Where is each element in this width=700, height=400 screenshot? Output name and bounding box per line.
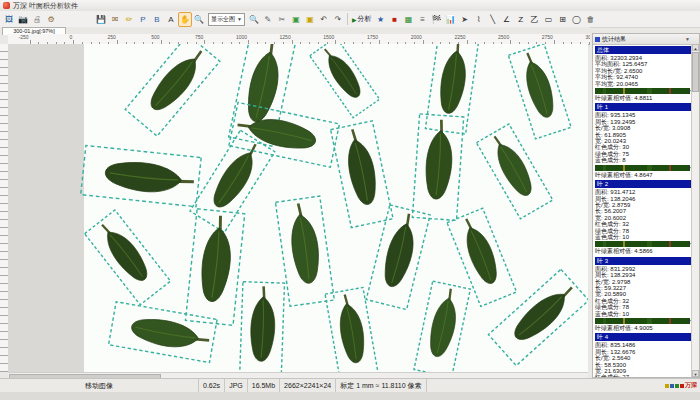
rect-tool-icon[interactable]: ▭: [542, 12, 556, 27]
document-tab-row: 300-01.jpg[:97%]: [0, 27, 590, 34]
brand-logo-text: 万深: [685, 381, 697, 390]
scanner-icon[interactable]: 🖨: [30, 12, 44, 27]
analyze-button[interactable]: ▶分析: [352, 13, 372, 25]
scroll-down-icon[interactable]: ▼: [692, 370, 699, 377]
leaf-color-swatch-bar: [595, 88, 690, 94]
results-icon: [595, 37, 600, 42]
pointer-icon[interactable]: ➤: [458, 12, 472, 27]
leaf-color-swatch-bar: [595, 241, 690, 247]
crop-icon[interactable]: ✂: [275, 12, 289, 27]
status-mode: 移动图像: [0, 379, 199, 392]
analyze-label: 分析: [358, 14, 372, 24]
chlorophyll-line: 叶绿素相对值: 4.9005: [595, 325, 692, 331]
image-canvas[interactable]: [8, 44, 588, 372]
table-icon[interactable]: ▦: [402, 12, 416, 27]
brand-logo: 万深: [665, 379, 700, 392]
results-panel-title: 统计结果: [602, 35, 626, 44]
chlorophyll-line: 叶绿素相对值: 4.8647: [595, 172, 692, 178]
list-icon[interactable]: ≡: [416, 12, 430, 27]
panel-vertical-scrollbar[interactable]: ▲ ▼: [691, 44, 699, 377]
status-dimensions: 2662×2241×24: [280, 379, 336, 392]
eyedropper-icon[interactable]: ✎: [261, 12, 275, 27]
ruler-label: 1000: [236, 34, 247, 40]
window-title: 万深 叶面积分析软件: [13, 1, 78, 11]
view-mode-dropdown[interactable]: 显示全图▼: [208, 13, 245, 26]
grid-tool-icon[interactable]: ⊞: [556, 12, 570, 27]
pencil-icon[interactable]: ✏: [122, 12, 136, 27]
ruler-label: 1750: [367, 34, 378, 40]
ruler-label: 500: [151, 34, 159, 40]
window-bottom-edge: [0, 392, 700, 400]
status-filesize: 16.5Mb: [248, 379, 280, 392]
b-tool-icon[interactable]: B: [150, 12, 164, 27]
results-list: 总体面积: 32303.2934平均面积: 125.6457平均长/宽: 2.6…: [593, 44, 692, 377]
ruler-label: 1500: [323, 34, 334, 40]
status-bar: 移动图像 0.62s JPG 16.5Mb 2662×2241×24 标定 1 …: [0, 378, 700, 392]
pan-tool-icon[interactable]: ✋: [178, 12, 192, 27]
settings-icon[interactable]: ⚙: [44, 12, 58, 27]
view-mode-label: 显示全图: [211, 15, 235, 24]
ruler-label: 750: [195, 34, 203, 40]
logo-color-square: [675, 384, 679, 388]
stat-line: 平均宽: 20.0465: [595, 81, 692, 87]
leaf-color-swatch-bar: [595, 165, 690, 171]
logo-color-square: [670, 384, 674, 388]
results-panel: 统计结果 ▼ 总体面积: 32303.2934平均面积: 125.6457平均长…: [592, 33, 700, 378]
ruler-label: 0: [69, 34, 72, 40]
stop-icon[interactable]: ■: [388, 12, 402, 27]
flag-icon[interactable]: 🏁: [430, 12, 444, 27]
ruler-label: 250: [108, 34, 116, 40]
section-header: 叶 3: [595, 257, 691, 265]
stat-line: 蓝色成分: 10: [595, 234, 692, 240]
stat-line: 红色成分: 27: [595, 374, 692, 377]
toolbar: 🖼📷🖨⚙💾✉✏PBA✋🔍显示全图▼🔍✎✂▣▣↶↷▶分析★■▦≡🏁📊➤⌇╲∠Z乙▭…: [0, 11, 700, 28]
ruler-label: 2500: [498, 34, 509, 40]
chevron-down-icon: ▼: [237, 16, 242, 22]
zoom-in-icon[interactable]: 🔍: [247, 12, 261, 27]
status-calibration: 标定 1 mm ≈ 11.8110 像素: [336, 379, 426, 392]
chlorophyll-line: 叶绿素相对值: 4.5866: [595, 248, 692, 254]
ruler-label: -250: [18, 34, 28, 40]
play-icon: ▶: [352, 16, 357, 23]
ruler-label: 3000: [585, 34, 590, 40]
p-tool-icon[interactable]: P: [136, 12, 150, 27]
chevron-down-icon[interactable]: ▼: [685, 36, 690, 42]
curve-icon[interactable]: ⌇: [472, 12, 486, 27]
zigzag-tool-icon[interactable]: Z: [514, 12, 528, 27]
logo-color-square: [665, 384, 669, 388]
app-icon: [3, 2, 10, 9]
undo-icon[interactable]: ↶: [317, 12, 331, 27]
stat-line: 蓝色成分: 8: [595, 157, 692, 163]
ruler-label: 1250: [280, 34, 291, 40]
section-header: 总体: [595, 46, 691, 54]
layer-yellow-icon[interactable]: ▣: [303, 12, 317, 27]
star-icon[interactable]: ★: [374, 12, 388, 27]
redo-icon[interactable]: ↷: [331, 12, 345, 27]
delete-icon[interactable]: 🗑: [584, 12, 598, 27]
line-tool-icon[interactable]: ╲: [486, 12, 500, 27]
save-icon[interactable]: 💾: [94, 12, 108, 27]
mail-icon[interactable]: ✉: [108, 12, 122, 27]
open-image-icon[interactable]: 🖼: [2, 12, 16, 27]
scroll-up-icon[interactable]: ▲: [692, 44, 699, 51]
section-header: 叶 1: [595, 103, 691, 111]
status-time: 0.62s: [199, 379, 225, 392]
chlorophyll-line: 叶绿素相对值: 4.8811: [595, 95, 692, 101]
ruler-minor-tick: [589, 42, 590, 44]
layer-green-icon[interactable]: ▣: [289, 12, 303, 27]
status-format: JPG: [225, 379, 248, 392]
text-tool-icon[interactable]: A: [164, 12, 178, 27]
angle-tool-icon[interactable]: ∠: [500, 12, 514, 27]
camera-icon[interactable]: 📷: [16, 12, 30, 27]
magnifier-icon[interactable]: 🔍: [192, 12, 206, 27]
ruler-label: 2250: [454, 34, 465, 40]
polyline-tool-icon[interactable]: 乙: [528, 12, 542, 27]
stat-line: 蓝色成分: 10: [595, 311, 692, 317]
ruler-label: 2750: [542, 34, 553, 40]
circle-tool-icon[interactable]: ◯: [570, 12, 584, 27]
chart-icon[interactable]: 📊: [444, 12, 458, 27]
section-header: 叶 4: [595, 333, 691, 341]
panel-scrollbar-thumb[interactable]: [692, 52, 699, 92]
ruler-label: 2000: [411, 34, 422, 40]
section-header: 叶 2: [595, 180, 691, 188]
